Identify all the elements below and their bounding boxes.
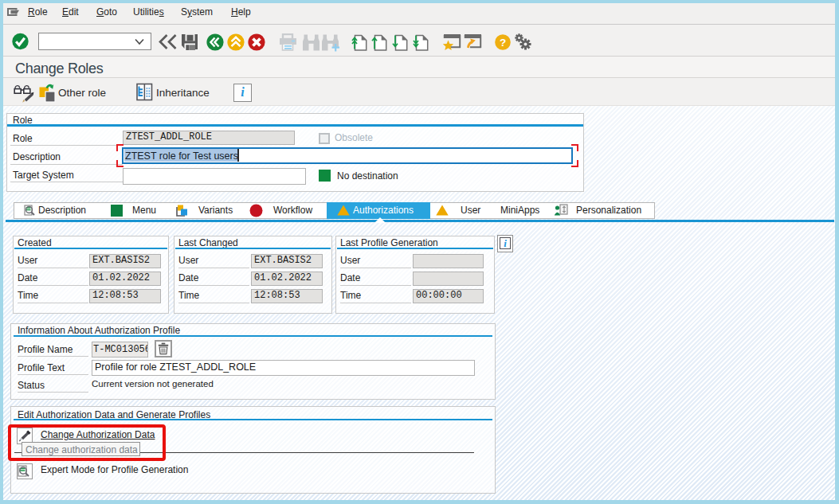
svg-text:?: ? xyxy=(500,37,506,49)
